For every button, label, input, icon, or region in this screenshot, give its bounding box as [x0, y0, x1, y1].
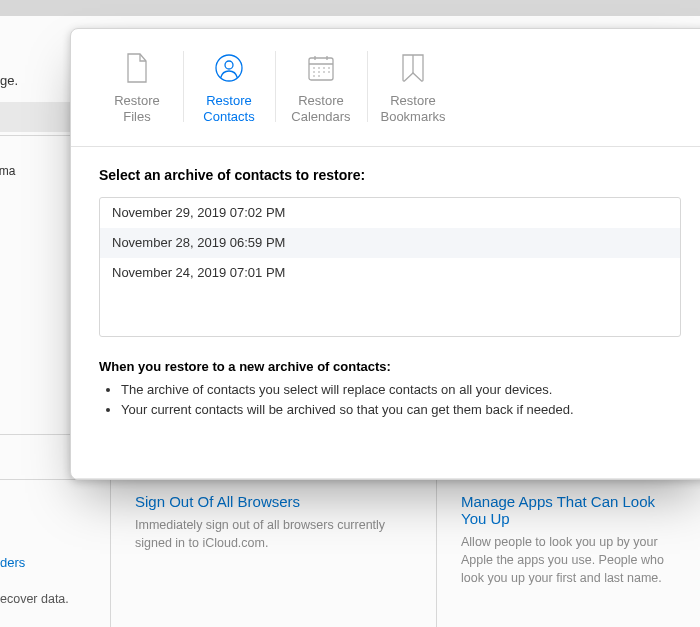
tab-restore-contacts[interactable]: Restore Contacts — [183, 49, 275, 144]
tab-restore-files[interactable]: Restore Files — [91, 49, 183, 144]
restore-info-bullet: The archive of contacts you select will … — [121, 380, 681, 400]
restore-calendars-link-fragment[interactable]: ders — [0, 555, 102, 570]
restore-heading: Select an archive of contacts to restore… — [99, 167, 681, 183]
manage-apps-description: Allow people to look you up by your Appl… — [461, 533, 682, 587]
restore-info-bullet: Your current contacts will be archived s… — [121, 400, 681, 420]
archive-list: November 29, 2019 07:02 PM November 28, … — [99, 197, 681, 337]
contact-icon — [185, 49, 273, 87]
archive-row[interactable]: November 28, 2019 06:59 PM — [100, 228, 680, 258]
svg-point-0 — [216, 55, 242, 81]
tab-restore-bookmarks[interactable]: Restore Bookmarks — [367, 49, 459, 144]
page-fragment-text: iOS 8, ma — [0, 164, 15, 178]
calendar-icon — [277, 49, 365, 87]
page-fragment-text: ge. — [0, 73, 18, 88]
archive-row[interactable]: November 29, 2019 07:02 PM — [100, 198, 680, 228]
svg-point-1 — [225, 61, 233, 69]
bookmark-icon — [369, 49, 457, 87]
tab-label: Restore Calendars — [277, 93, 365, 126]
manage-apps-lookup-link[interactable]: Manage Apps That Can Look You Up — [461, 493, 682, 527]
sign-out-all-browsers-link[interactable]: Sign Out Of All Browsers — [135, 493, 418, 510]
file-icon — [93, 49, 181, 87]
tab-label: Restore Contacts — [185, 93, 273, 126]
tab-label: Restore Bookmarks — [369, 93, 457, 126]
sign-out-description: Immediately sign out of all browsers cur… — [135, 516, 418, 552]
restore-tabs: Restore Files Restore Contacts — [71, 29, 700, 147]
svg-rect-2 — [309, 58, 333, 80]
tab-label: Restore Files — [93, 93, 181, 126]
restore-info: When you restore to a new archive of con… — [99, 359, 681, 419]
restore-info-title: When you restore to a new archive of con… — [99, 359, 681, 374]
page-fragment-text: ecover data. — [0, 592, 102, 606]
tab-restore-calendars[interactable]: Restore Calendars — [275, 49, 367, 144]
archive-row[interactable]: November 24, 2019 07:01 PM — [100, 258, 680, 288]
restore-modal: Restore Files Restore Contacts — [70, 28, 700, 480]
